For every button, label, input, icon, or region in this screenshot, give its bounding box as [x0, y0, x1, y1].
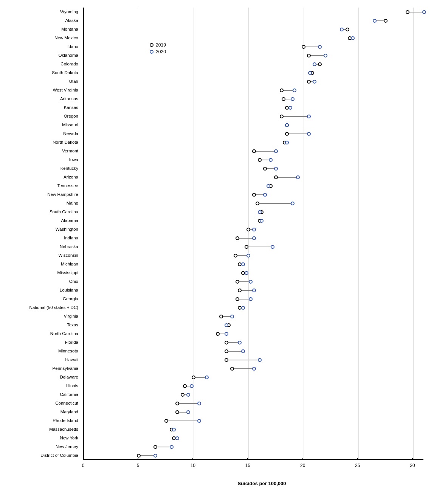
connector-line	[257, 203, 293, 204]
chart-row	[84, 321, 424, 329]
chart-row	[84, 408, 424, 416]
y-label: Alabama	[61, 219, 78, 223]
chart-row	[84, 260, 424, 268]
chart-row	[84, 129, 424, 138]
y-label: Pennsylvania	[53, 366, 78, 371]
dot-2020	[241, 262, 245, 266]
chart-row	[84, 182, 424, 190]
chart-row	[84, 242, 424, 251]
connector-line	[237, 238, 254, 239]
y-axis-labels: WyomingAlaskaMontanaNew MexicoIdahoOklah…	[2, 8, 81, 460]
dot-2020	[252, 367, 256, 371]
dot-2020	[252, 228, 256, 231]
dot-2020	[205, 376, 209, 379]
dot-2020	[241, 349, 245, 353]
dot-2019	[302, 45, 305, 49]
dot-2020	[274, 167, 278, 171]
dot-2020	[267, 184, 270, 188]
dot-2019	[245, 245, 248, 249]
chart-row	[84, 303, 424, 312]
dot-2019	[175, 410, 179, 414]
y-label: Florida	[65, 340, 78, 345]
y-label: Wyoming	[60, 10, 78, 14]
legend: 20192020	[150, 42, 166, 54]
chart-container: WyomingAlaskaMontanaNew MexicoIdahoOklah…	[0, 0, 448, 495]
dot-2019	[216, 332, 220, 336]
chart-row	[84, 268, 424, 277]
y-label: District of Columbia	[40, 453, 78, 458]
chart-row	[84, 25, 424, 34]
y-label: Connecticut	[55, 401, 78, 406]
connector-line	[177, 403, 199, 404]
dot-2019	[384, 19, 388, 23]
y-label: Maine	[67, 201, 78, 206]
dot-2020	[285, 141, 289, 144]
connector-line	[309, 55, 326, 56]
chart-row	[84, 208, 424, 216]
dot-2019	[238, 289, 242, 292]
y-label: Tennessee	[57, 184, 78, 188]
dot-2019	[280, 88, 284, 92]
chart-row	[84, 164, 424, 173]
legend-dot-2019	[150, 43, 153, 47]
y-label: Missouri	[62, 123, 78, 127]
chart-row	[84, 86, 424, 95]
chart-row	[84, 216, 424, 225]
chart-row	[84, 190, 424, 199]
y-label: Iowa	[69, 158, 78, 162]
chart-row	[84, 286, 424, 295]
y-label: Illinois	[66, 384, 78, 388]
x-tick-line	[138, 458, 138, 460]
dot-2019	[346, 28, 349, 31]
chart-row	[84, 251, 424, 260]
y-label: Texas	[67, 323, 78, 327]
dot-2020	[175, 436, 179, 440]
dot-2020	[318, 45, 322, 49]
dot-2019	[175, 402, 179, 405]
dot-2019	[225, 358, 228, 362]
chart-row	[84, 8, 424, 16]
dot-2020	[245, 271, 248, 275]
x-tick-label: 15	[245, 463, 250, 468]
dot-2020	[252, 289, 256, 292]
dot-2020	[170, 445, 174, 449]
y-label: New Mexico	[54, 36, 78, 40]
y-label: Minnesota	[58, 349, 78, 354]
dot-2020	[269, 158, 273, 162]
dot-2020	[296, 175, 300, 179]
y-label: National (50 states + DC)	[29, 306, 78, 310]
chart-row	[84, 390, 424, 399]
chart-row	[84, 155, 424, 164]
y-label: Colorado	[60, 62, 78, 67]
x-axis-label: Suicides per 100,000	[83, 481, 440, 486]
dot-2019	[183, 384, 187, 388]
y-label: Michigan	[61, 262, 78, 267]
y-label: Idaho	[67, 45, 78, 49]
y-label: Virginia	[64, 314, 78, 319]
y-label: North Carolina	[50, 332, 78, 336]
dot-2020	[422, 10, 426, 14]
y-label: New York	[60, 436, 78, 441]
legend-item: 2020	[150, 49, 166, 54]
dot-2019	[318, 62, 322, 66]
dot-2020	[324, 54, 327, 57]
dot-2019	[285, 132, 289, 136]
y-label: Georgia	[63, 297, 78, 301]
chart-row	[84, 199, 424, 208]
y-label: California	[60, 393, 78, 397]
dot-2020	[313, 80, 316, 84]
x-tick-line	[247, 458, 248, 460]
chart-row	[84, 399, 424, 408]
y-label: Massachusetts	[49, 427, 78, 432]
x-tick-line	[357, 458, 358, 460]
chart-row	[84, 34, 424, 42]
chart-row	[84, 234, 424, 242]
dot-2020	[246, 254, 250, 258]
y-label: New Hampshire	[47, 192, 78, 197]
dot-2019	[192, 376, 195, 379]
dot-2019	[282, 97, 285, 101]
connector-line	[155, 447, 172, 447]
dot-2020	[241, 306, 245, 310]
chart-row	[84, 338, 424, 347]
legend-item: 2019	[150, 42, 166, 48]
